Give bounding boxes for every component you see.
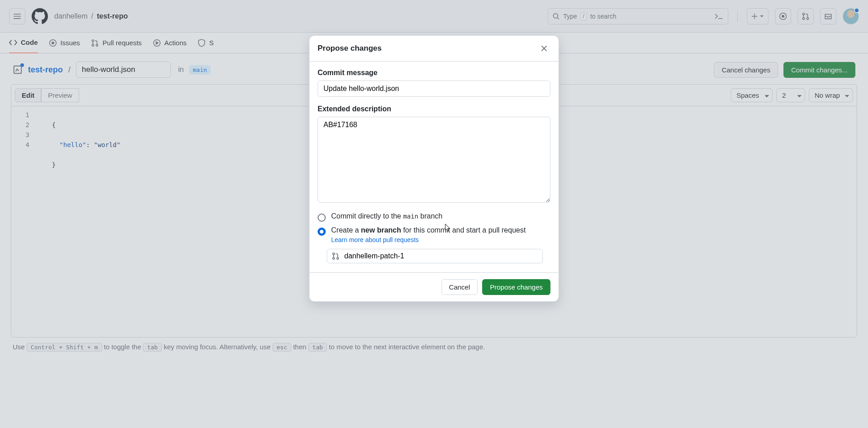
extended-description-label: Extended description xyxy=(318,105,551,113)
create-branch-option[interactable]: Create a new branch for this commit and … xyxy=(318,226,551,243)
extended-description-textarea[interactable] xyxy=(318,117,551,203)
svg-point-13 xyxy=(333,253,335,255)
learn-more-link[interactable]: Learn more about pull requests xyxy=(331,236,526,243)
commit-direct-option[interactable]: Commit directly to the main branch xyxy=(318,212,551,222)
radio-unchecked-icon xyxy=(318,214,326,222)
propose-changes-button[interactable]: Propose changes xyxy=(482,279,551,295)
branch-name-input-wrap[interactable] xyxy=(327,249,543,263)
commit-message-input[interactable] xyxy=(318,81,551,97)
commit-direct-label: Commit directly to the main branch xyxy=(331,212,443,220)
svg-point-15 xyxy=(337,257,339,259)
commit-message-label: Commit message xyxy=(318,69,551,77)
git-pull-request-icon xyxy=(332,252,340,260)
close-icon xyxy=(540,44,548,52)
cancel-button[interactable]: Cancel xyxy=(441,279,478,295)
modal-title: Propose changes xyxy=(318,44,382,53)
propose-changes-dialog: Propose changes Commit message Extended … xyxy=(309,35,559,302)
branch-name-input[interactable] xyxy=(344,252,538,260)
svg-point-14 xyxy=(333,257,335,259)
close-button[interactable] xyxy=(538,42,551,55)
create-branch-label: Create a new branch for this commit and … xyxy=(331,226,526,243)
radio-checked-icon xyxy=(318,228,326,236)
